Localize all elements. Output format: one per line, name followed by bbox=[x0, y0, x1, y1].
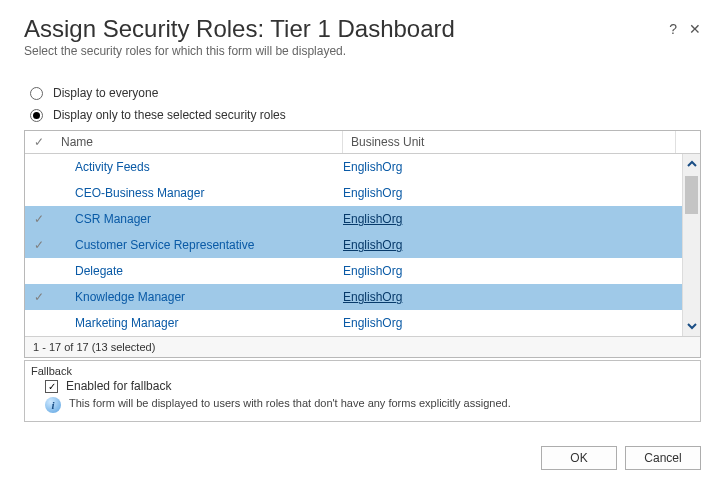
table-row[interactable]: ✓Customer Service RepresentativeEnglishO… bbox=[25, 232, 682, 258]
fallback-checkbox-label: Enabled for fallback bbox=[66, 379, 171, 393]
column-header-name[interactable]: Name bbox=[53, 131, 343, 153]
radio-label: Display to everyone bbox=[53, 86, 158, 100]
business-unit-link[interactable]: EnglishOrg bbox=[343, 212, 682, 226]
scroll-thumb[interactable] bbox=[685, 176, 698, 214]
help-icon[interactable]: ? bbox=[669, 22, 677, 36]
dialog-header: Assign Security Roles: Tier 1 Dashboard … bbox=[24, 16, 701, 42]
cancel-button[interactable]: Cancel bbox=[625, 446, 701, 470]
select-all-checkbox[interactable]: ✓ bbox=[25, 131, 53, 153]
role-name-link[interactable]: Customer Service Representative bbox=[53, 238, 343, 252]
role-name-link[interactable]: CEO-Business Manager bbox=[53, 186, 343, 200]
pager-text: 1 - 17 of 17 (13 selected) bbox=[25, 336, 700, 357]
scroll-down-icon[interactable] bbox=[683, 316, 700, 336]
radio-icon bbox=[30, 87, 43, 100]
table-row[interactable]: DelegateEnglishOrg bbox=[25, 258, 682, 284]
display-options: Display to everyone Display only to thes… bbox=[30, 86, 701, 122]
grid-rows: Activity FeedsEnglishOrgCEO-Business Man… bbox=[25, 154, 682, 336]
radio-icon bbox=[30, 109, 43, 122]
role-name-link[interactable]: Activity Feeds bbox=[53, 160, 343, 174]
role-name-link[interactable]: Delegate bbox=[53, 264, 343, 278]
dialog-footer: OK Cancel bbox=[24, 446, 701, 470]
radio-label: Display only to these selected security … bbox=[53, 108, 286, 122]
fallback-section-label: Fallback bbox=[31, 365, 694, 377]
role-name-link[interactable]: Marketing Manager bbox=[53, 316, 343, 330]
table-row[interactable]: Marketing ManagerEnglishOrg bbox=[25, 310, 682, 336]
row-checkbox[interactable]: ✓ bbox=[25, 232, 53, 258]
fallback-info-text: This form will be displayed to users wit… bbox=[69, 397, 511, 409]
table-row[interactable]: Activity FeedsEnglishOrg bbox=[25, 154, 682, 180]
roles-grid: ✓ Name Business Unit Activity FeedsEngli… bbox=[24, 130, 701, 358]
row-checkbox[interactable] bbox=[25, 310, 53, 336]
scroll-up-icon[interactable] bbox=[683, 154, 700, 174]
row-checkbox[interactable] bbox=[25, 154, 53, 180]
business-unit-link[interactable]: EnglishOrg bbox=[343, 316, 682, 330]
role-name-link[interactable]: CSR Manager bbox=[53, 212, 343, 226]
ok-button[interactable]: OK bbox=[541, 446, 617, 470]
close-icon[interactable]: ✕ bbox=[689, 22, 701, 36]
table-row[interactable]: ✓Knowledge ManagerEnglishOrg bbox=[25, 284, 682, 310]
table-row[interactable]: CEO-Business ManagerEnglishOrg bbox=[25, 180, 682, 206]
row-checkbox[interactable] bbox=[25, 258, 53, 284]
scrollbar[interactable] bbox=[682, 154, 700, 336]
grid-header: ✓ Name Business Unit bbox=[25, 131, 700, 154]
radio-display-everyone[interactable]: Display to everyone bbox=[30, 86, 701, 100]
assign-security-roles-dialog: Assign Security Roles: Tier 1 Dashboard … bbox=[0, 0, 725, 484]
role-name-link[interactable]: Knowledge Manager bbox=[53, 290, 343, 304]
dialog-subtitle: Select the security roles for which this… bbox=[24, 44, 701, 58]
row-checkbox[interactable]: ✓ bbox=[25, 284, 53, 310]
row-checkbox[interactable]: ✓ bbox=[25, 206, 53, 232]
row-checkbox[interactable] bbox=[25, 180, 53, 206]
column-header-business-unit[interactable]: Business Unit bbox=[343, 131, 676, 153]
radio-display-selected[interactable]: Display only to these selected security … bbox=[30, 108, 701, 122]
business-unit-link[interactable]: EnglishOrg bbox=[343, 186, 682, 200]
fallback-section: Fallback ✓ Enabled for fallback i This f… bbox=[24, 360, 701, 422]
business-unit-link[interactable]: EnglishOrg bbox=[343, 264, 682, 278]
business-unit-link[interactable]: EnglishOrg bbox=[343, 160, 682, 174]
business-unit-link[interactable]: EnglishOrg bbox=[343, 290, 682, 304]
business-unit-link[interactable]: EnglishOrg bbox=[343, 238, 682, 252]
dialog-title: Assign Security Roles: Tier 1 Dashboard bbox=[24, 16, 669, 42]
table-row[interactable]: ✓CSR ManagerEnglishOrg bbox=[25, 206, 682, 232]
fallback-checkbox[interactable]: ✓ bbox=[45, 380, 58, 393]
info-icon: i bbox=[45, 397, 61, 413]
